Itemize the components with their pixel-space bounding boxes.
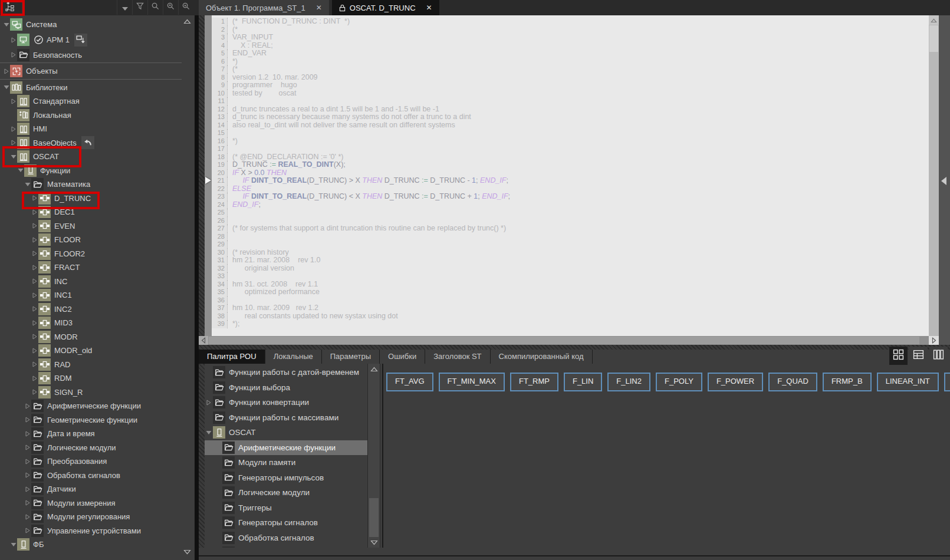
tree-item[interactable]: EVEN xyxy=(0,219,182,233)
tree-item[interactable]: RAD xyxy=(0,358,182,372)
tree-item[interactable]: Дата и время xyxy=(0,427,182,441)
tree-item[interactable]: АРМ 1 xyxy=(0,32,182,48)
pou-block-button[interactable]: F_LIN xyxy=(564,373,602,391)
tree-item[interactable]: Объекты xyxy=(0,64,182,78)
tree-item[interactable]: Обработка сигналов xyxy=(0,469,182,483)
expand-arrow-icon[interactable] xyxy=(24,500,31,506)
tree-item[interactable]: HMI xyxy=(0,122,182,136)
tree-item[interactable]: D_TRUNC xyxy=(0,192,182,206)
tree-item[interactable]: Преобразования xyxy=(0,454,182,469)
panel-splitter-strip[interactable] xyxy=(199,345,950,350)
expand-arrow-icon[interactable] xyxy=(31,278,38,284)
expand-arrow-icon[interactable] xyxy=(9,52,17,58)
tree-item[interactable]: Локальная xyxy=(0,108,182,123)
tree-item[interactable]: Библиотеки xyxy=(0,81,182,95)
zoom-in-button[interactable] xyxy=(163,0,178,15)
expand-arrow-icon[interactable] xyxy=(31,265,38,271)
palette-tree-item[interactable] xyxy=(205,545,367,548)
editor-horizontal-scrollbar[interactable] xyxy=(199,336,929,345)
tree-item[interactable]: Система xyxy=(0,18,182,32)
scroll-up-button[interactable] xyxy=(929,15,939,25)
expand-arrow-icon[interactable] xyxy=(9,98,17,104)
palette-tree-item[interactable]: Триггеры xyxy=(205,500,367,516)
layout-toggle-table-view[interactable] xyxy=(909,347,928,365)
palette-scroll-down[interactable] xyxy=(369,538,379,546)
tree-scroll-down[interactable] xyxy=(182,548,192,556)
expand-arrow-icon[interactable] xyxy=(9,126,17,132)
tree-item[interactable]: SIGN_R xyxy=(0,386,182,400)
collapse-arrow-icon[interactable] xyxy=(9,154,17,159)
collapse-arrow-icon[interactable] xyxy=(205,430,213,435)
expand-arrow-icon[interactable] xyxy=(24,514,31,520)
expand-arrow-icon[interactable] xyxy=(24,403,31,409)
scroll-left-button[interactable] xyxy=(199,336,208,345)
expand-arrow-icon[interactable] xyxy=(31,348,38,354)
layout-toggle-grid-2x2[interactable] xyxy=(889,347,908,365)
search-button[interactable] xyxy=(147,0,163,15)
bottom-tab[interactable]: Локальные xyxy=(265,350,322,364)
expand-arrow-icon[interactable] xyxy=(31,292,38,298)
expand-arrow-icon[interactable] xyxy=(31,375,38,381)
tree-item[interactable]: Арифметические функции xyxy=(0,399,182,413)
palette-tree-item[interactable]: OSCAT xyxy=(205,425,367,440)
editor-vertical-scrollbar[interactable] xyxy=(929,15,939,336)
undo-icon[interactable] xyxy=(81,136,94,149)
tab-close-icon[interactable]: ✕ xyxy=(315,4,323,12)
collapse-arrow-icon[interactable] xyxy=(17,168,24,173)
tree-item[interactable]: RDM xyxy=(0,371,182,386)
palette-tree-item[interactable]: Функции работы с массивами xyxy=(205,410,367,426)
palette-tree-item[interactable]: Модули памяти xyxy=(205,455,367,470)
pou-block-button[interactable]: F_POWER xyxy=(708,373,763,391)
tree-scroll-up[interactable] xyxy=(182,17,192,25)
editor-tab[interactable]: OSCAT. D_TRUNC✕ xyxy=(332,0,439,15)
tree-item[interactable]: INC xyxy=(0,275,182,289)
tree-item[interactable]: MODR xyxy=(0,330,182,344)
pou-block-button[interactable]: FRMP_B xyxy=(823,373,872,391)
tree-item[interactable]: Функции xyxy=(0,164,182,178)
palette-tree-item[interactable]: Функции конвертации xyxy=(205,395,367,410)
tree-item[interactable]: BaseObjects xyxy=(0,136,182,150)
expand-arrow-icon[interactable] xyxy=(9,37,17,43)
tree-item[interactable]: ФБ xyxy=(0,538,182,552)
tree-item[interactable]: Логические модули xyxy=(0,441,182,455)
tree-item[interactable]: Управление устройствами xyxy=(0,524,182,538)
tree-item[interactable]: Датчики xyxy=(0,482,182,496)
tree-item[interactable]: Безопасность xyxy=(0,48,182,62)
palette-tree-item[interactable]: Обработка сигналов xyxy=(205,531,367,546)
bottom-tab[interactable]: Заголовок ST xyxy=(425,350,490,364)
scroll-right-button[interactable] xyxy=(929,336,939,345)
palette-scroll-up[interactable] xyxy=(369,365,379,373)
pou-block-button[interactable]: POLYNOM_INT xyxy=(944,373,950,391)
bottom-tab[interactable]: Палитра POU xyxy=(199,350,265,364)
collapse-arrow-icon[interactable] xyxy=(24,182,31,187)
vertical-splitter[interactable] xyxy=(195,15,199,560)
expand-arrow-icon[interactable] xyxy=(31,251,38,256)
tab-close-icon[interactable]: ✕ xyxy=(425,4,433,12)
pou-block-button[interactable]: FT_MIN_MAX xyxy=(439,373,505,391)
expand-arrow-icon[interactable] xyxy=(9,140,17,146)
palette-scrollbar[interactable] xyxy=(367,364,380,548)
palette-tree-item[interactable]: Генераторы сигналов xyxy=(205,515,367,531)
palette-tree-item[interactable]: Функции выбора xyxy=(205,380,367,396)
tree-item[interactable]: Стандартная xyxy=(0,94,182,108)
expand-arrow-icon[interactable] xyxy=(31,237,38,243)
pou-block-button[interactable]: FT_RMP xyxy=(510,373,558,391)
bottom-tab[interactable]: Параметры xyxy=(322,350,380,364)
expand-arrow-icon[interactable] xyxy=(205,400,213,406)
project-tree-button[interactable] xyxy=(0,0,22,15)
expand-arrow-icon[interactable] xyxy=(2,68,10,74)
tree-item[interactable]: FLOOR2 xyxy=(0,247,182,261)
expand-arrow-icon[interactable] xyxy=(24,431,31,437)
palette-tree-item[interactable]: Генераторы импульсов xyxy=(205,470,367,486)
expand-arrow-icon[interactable] xyxy=(24,472,31,478)
collapse-arrow-icon[interactable] xyxy=(2,22,10,27)
expand-arrow-icon[interactable] xyxy=(31,389,38,395)
expand-arrow-icon[interactable] xyxy=(24,459,31,465)
editor-tab[interactable]: Объект 1. Программа_ST_1✕ xyxy=(199,0,329,15)
tree-item[interactable]: OSCAT xyxy=(0,150,182,164)
expand-arrow-icon[interactable] xyxy=(31,195,38,201)
dropdown-button[interactable] xyxy=(117,0,132,15)
expand-arrow-icon[interactable] xyxy=(24,417,31,423)
expand-arrow-icon[interactable] xyxy=(31,320,38,326)
bottom-tab[interactable]: Ошибки xyxy=(380,350,425,364)
